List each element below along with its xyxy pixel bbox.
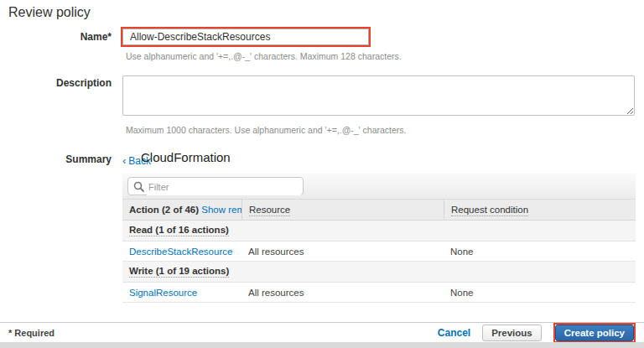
condition-cell: None	[444, 288, 636, 298]
back-chevron-icon: ‹	[122, 154, 126, 167]
name-help-text: Use alphanumeric and '+=,.@-_' character…	[126, 51, 402, 61]
table-section-read: Read (1 of 16 actions)	[122, 221, 636, 242]
summary-service-title: CloudFormation	[141, 150, 231, 164]
resource-cell: All resources	[242, 288, 444, 298]
summary-panel: Action (2 of 46) Show remaining 44 Resou…	[122, 174, 636, 303]
filter-bar	[122, 174, 636, 199]
table-row-describe-stack-resource: DescribeStackResource All resources None	[122, 242, 636, 262]
summary-label: Summary	[0, 153, 112, 165]
action-column-header: Action (2 of 46) Show remaining 44	[122, 200, 242, 221]
show-remaining-link[interactable]: Show remaining 44	[201, 205, 242, 215]
required-note: * Required	[8, 328, 55, 338]
action-count-label: Action (2 of 46)	[129, 205, 199, 215]
resource-column-header: Resource	[242, 200, 444, 221]
action-link-describe-stack-resource[interactable]: DescribeStackResource	[129, 247, 232, 257]
previous-button[interactable]: Previous	[482, 325, 542, 341]
table-header-row: Action (2 of 46) Show remaining 44 Resou…	[122, 199, 636, 221]
cancel-link[interactable]: Cancel	[438, 327, 470, 339]
create-policy-button[interactable]: Create policy	[555, 325, 634, 341]
resource-cell: All resources	[242, 247, 444, 257]
filter-input[interactable]	[147, 179, 301, 195]
description-textarea[interactable]	[122, 75, 635, 116]
name-highlight-box	[121, 27, 371, 47]
footer-actions: Cancel Previous Create policy	[438, 323, 636, 343]
description-label: Description	[0, 77, 112, 89]
page-title: Review policy	[8, 5, 91, 20]
create-policy-highlight-box: Create policy	[553, 323, 636, 343]
condition-cell: None	[444, 247, 636, 257]
footer-bar: * Required Cancel Previous Create policy	[0, 322, 644, 342]
read-section-label: Read (1 of 16 actions)	[129, 225, 229, 236]
filter-input-wrap[interactable]	[127, 177, 304, 195]
request-condition-column-header: Request condition	[444, 200, 636, 221]
policy-name-input[interactable]	[122, 29, 369, 45]
action-link-signal-resource[interactable]: SignalResource	[129, 288, 197, 298]
bottom-strip	[0, 342, 644, 348]
name-label: Name*	[0, 31, 112, 43]
table-section-write: Write (1 of 19 actions)	[122, 262, 636, 283]
description-help-text: Maximum 1000 characters. Use alphanumeri…	[126, 125, 406, 135]
table-row-signal-resource: SignalResource All resources None	[122, 283, 636, 303]
write-section-label: Write (1 of 19 actions)	[129, 266, 229, 278]
review-policy-page: Review policy Name* Use alphanumeric and…	[0, 0, 644, 348]
